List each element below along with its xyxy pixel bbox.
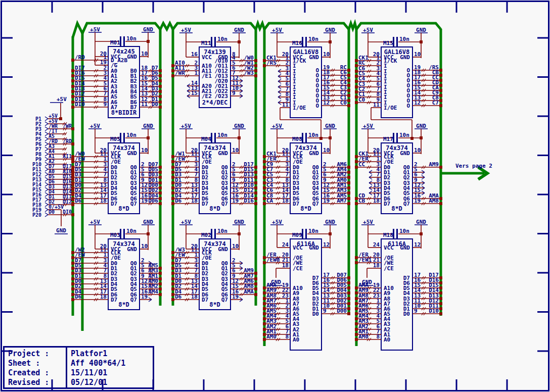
junction-dot (347, 297, 350, 300)
chip-reference: M05 (110, 136, 120, 142)
pin-signal-label: CA (266, 198, 273, 204)
pin-name: D7 (202, 201, 208, 207)
open-pin-chevron (45, 205, 48, 207)
pin-number: 11 (141, 101, 148, 108)
open-pin-chevron (45, 215, 48, 217)
junction-dot (159, 267, 162, 270)
junction-dot (263, 338, 266, 341)
pin-number: 12 (323, 241, 330, 248)
junction-dot (171, 267, 174, 270)
junction-dot (238, 136, 241, 139)
junction-dot (254, 186, 257, 189)
junction-dot (439, 94, 442, 97)
pin-number: 10 (414, 51, 421, 58)
title-block-label: Project : (8, 349, 65, 359)
gnd-label: GND (325, 27, 335, 33)
open-pin-chevron (45, 200, 48, 202)
capacitor-plate (305, 229, 307, 239)
junction-dot (355, 101, 358, 104)
junction-dot (171, 251, 174, 254)
gnd-label: GND (56, 227, 66, 234)
open-pin-chevron (45, 187, 48, 189)
gnd-label: GND (416, 219, 426, 225)
junction-dot (355, 328, 358, 331)
junction-dot (254, 59, 257, 62)
junction-dot (171, 64, 174, 67)
pin-number: 16 (191, 51, 198, 58)
pin-name: VCC (293, 244, 303, 251)
junction-dot (159, 186, 162, 189)
vcc-label: +5V (272, 219, 282, 225)
chip-function-label: 8*D (300, 205, 311, 212)
junction-dot (71, 202, 74, 205)
open-pin-chevron (45, 164, 48, 166)
junction-dot (355, 338, 358, 341)
open-pin-chevron (45, 122, 48, 124)
gnd-label: GND (143, 219, 153, 225)
capacitor-value: 10n (399, 132, 409, 138)
junction-dot (439, 297, 442, 300)
pin-name: GND (218, 150, 228, 157)
pin-number: 24 (373, 241, 380, 248)
junction-dot (159, 171, 162, 174)
junction-dot (238, 232, 241, 235)
open-pin-chevron (45, 139, 48, 141)
junction-dot (147, 232, 150, 235)
pin-name: I/OE (293, 105, 306, 111)
gnd-label: GND (234, 123, 244, 129)
title-block-values: Platfor1 Aff 400*64/1 15/11/01 05/12/01 (67, 348, 153, 387)
pin-signal-label: C0 (358, 96, 365, 103)
pin-signal-label: D0 (49, 209, 55, 215)
pin-number: 9 (232, 90, 236, 96)
open-pin-chevron (45, 152, 48, 154)
pin-number: 18 (100, 198, 107, 204)
junction-dot (238, 40, 241, 43)
capacitor-value: 10n (217, 132, 227, 138)
junction-dot (355, 85, 358, 88)
junction-dot (347, 181, 350, 184)
pin-name: GND (309, 244, 319, 251)
pin-signal-label: /RS (266, 60, 277, 66)
junction-dot (355, 286, 358, 289)
junction-dot (347, 197, 350, 200)
pin-signal-label: D6 (75, 198, 82, 204)
junction-dot (254, 293, 257, 296)
pin-number: 10 (232, 243, 239, 250)
junction-dot (71, 155, 74, 158)
junction-dot (263, 171, 266, 174)
junction-dot (439, 302, 442, 305)
junction-dot (439, 291, 442, 295)
junction-dot (171, 171, 174, 174)
pin-number: 12 (414, 100, 421, 106)
pin-name: Q7 (312, 201, 319, 207)
bus-signal-label: /RD (63, 138, 72, 144)
pin-number: 11 (373, 102, 380, 108)
junction-dot (254, 272, 257, 275)
junction-dot (159, 85, 162, 88)
title-block-label: Revised : (8, 378, 65, 387)
pin-name: A0 (384, 336, 390, 343)
pin-name: VCC (384, 244, 394, 251)
capacitor-plate (123, 229, 125, 239)
junction-dot (171, 272, 174, 275)
junction-dot (263, 186, 266, 189)
junction-dot (71, 277, 74, 280)
open-pin-chevron (45, 203, 48, 205)
junction-dot (263, 307, 266, 310)
junction-dot (71, 191, 74, 194)
pin-number: 18 (100, 293, 107, 300)
junction-dot (347, 302, 350, 305)
open-pin-chevron (45, 177, 48, 179)
pin-name: GND (400, 244, 410, 251)
junction-dot (263, 59, 266, 62)
junction-dot (263, 317, 266, 320)
junction-dot (355, 261, 358, 264)
chip-M04: +5VGND10nM0474x3748*D20VCCGND1011CLK/W11… (171, 123, 257, 214)
pin-signal-label: CC (358, 161, 365, 168)
junction-dot (263, 322, 266, 325)
chip-function-label: 8*D (391, 205, 402, 212)
junction-dot (263, 256, 266, 259)
junction-dot (71, 59, 74, 62)
pin-signal-label: AM4 (148, 288, 158, 295)
pin-name: D0 (312, 311, 319, 317)
